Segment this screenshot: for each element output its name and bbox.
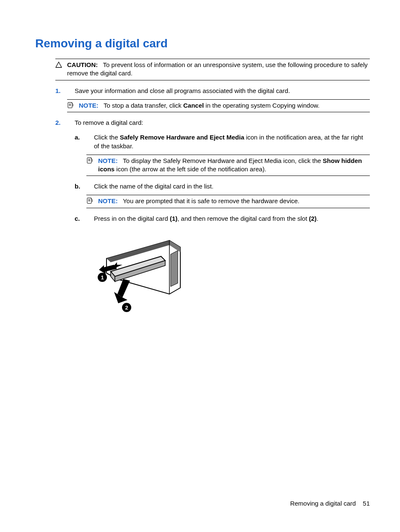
note-text: in the operating system Copying window. xyxy=(204,102,319,109)
substep-item: Click the Safely Remove Hardware and Eje… xyxy=(94,133,370,176)
callout-two: 2 xyxy=(125,305,128,311)
step-item: Save your information and close all prog… xyxy=(75,86,370,112)
note-icon xyxy=(67,101,75,108)
substep-item: Press in on the digital card (1), and th… xyxy=(94,214,370,321)
step-text: To remove a digital card: xyxy=(75,119,143,126)
page-footer: Removing a digital card 51 xyxy=(290,500,370,507)
digital-card-illustration: 1 2 xyxy=(94,231,370,321)
svg-marker-17 xyxy=(171,251,178,287)
document-page: Removing a digital card CAUTION: To prev… xyxy=(0,0,400,321)
note-text: To stop a data transfer, click xyxy=(104,102,183,109)
note-text: To display the Safely Remove Hardware an… xyxy=(123,157,323,164)
substep-text: Click the name of the digital card in th… xyxy=(94,183,213,190)
substep-bold: Safely Remove Hardware and Eject Media xyxy=(120,134,244,141)
substep-item: Click the name of the digital card in th… xyxy=(94,182,370,208)
footer-text: Removing a digital card xyxy=(290,500,356,507)
step-text: Save your information and close all prog… xyxy=(75,87,290,94)
step-item: To remove a digital card: Click the Safe… xyxy=(75,118,370,321)
caution-callout: CAUTION: To prevent loss of information … xyxy=(55,59,370,80)
svg-rect-5 xyxy=(87,158,91,163)
note-callout: NOTE: To stop a data transfer, click Can… xyxy=(67,99,370,112)
note-icon xyxy=(86,197,94,204)
svg-rect-9 xyxy=(87,198,91,204)
substep-bold: (2) xyxy=(309,215,317,222)
svg-marker-15 xyxy=(169,240,180,252)
page-number: 51 xyxy=(363,500,370,507)
note-label: NOTE: xyxy=(79,102,99,109)
svg-marker-0 xyxy=(56,62,62,67)
note-label: NOTE: xyxy=(98,197,118,204)
substep-text: . xyxy=(317,215,318,222)
svg-rect-1 xyxy=(68,102,72,108)
substep-text: Click the xyxy=(94,134,120,141)
note-callout: NOTE: You are prompted that it is safe t… xyxy=(86,195,370,208)
substep-bold: (1) xyxy=(170,215,177,222)
note-icon xyxy=(86,157,94,164)
sub-steps-list: Click the Safely Remove Hardware and Eje… xyxy=(75,133,370,321)
note-label: NOTE: xyxy=(98,157,118,164)
substep-text: , and then remove the digital card from … xyxy=(177,215,309,222)
note-text: icon (the arrow at the left side of the … xyxy=(114,165,266,173)
caution-icon xyxy=(55,61,63,68)
callout-one: 1 xyxy=(101,274,104,281)
page-title: Removing a digital card xyxy=(35,37,370,50)
note-callout: NOTE: To display the Safely Remove Hardw… xyxy=(86,155,370,176)
svg-marker-24 xyxy=(117,279,130,297)
caution-text: To prevent loss of information or an unr… xyxy=(67,61,368,77)
note-bold: Cancel xyxy=(183,102,204,109)
substep-text: Press in on the digital card xyxy=(94,215,170,222)
caution-label: CAUTION: xyxy=(67,61,98,68)
main-steps-list: Save your information and close all prog… xyxy=(55,86,370,321)
note-text: You are prompted that it is safe to remo… xyxy=(123,197,299,204)
